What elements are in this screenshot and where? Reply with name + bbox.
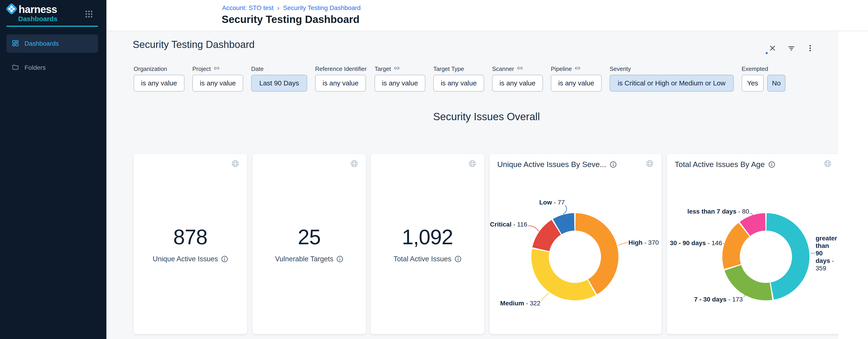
page-title: Security Testing Dashboard: [222, 13, 360, 25]
donut-card-unique-active-issues-by-severity: Unique Active Issues By Seve... High - 3…: [490, 154, 661, 334]
page-right-gutter: [838, 31, 868, 339]
callout-leader-line: [541, 293, 549, 301]
donut-slice-less-than-7-days[interactable]: [745, 222, 766, 229]
donut-callout-label: Medium - 322: [500, 300, 540, 307]
info-icon[interactable]: [336, 256, 343, 262]
filter-option-no[interactable]: No: [767, 75, 785, 91]
filter-icon[interactable]: [787, 44, 796, 53]
harness-logo[interactable]: harness: [5, 3, 57, 16]
info-icon[interactable]: [455, 256, 461, 262]
callout-leader-line: [810, 253, 815, 253]
filter-label: Scanner: [492, 65, 543, 73]
donut-callout-label: 30 - 90 days - 146: [670, 239, 722, 247]
filter-value-chip[interactable]: Last 90 Days: [251, 75, 307, 91]
filter-target-type: Target Typeis any value: [433, 65, 484, 91]
close-icon[interactable]: [768, 44, 777, 52]
app-window: harness Dashboards DashboardsFolders Acc…: [0, 0, 868, 339]
section-heading: Security Issues Overall: [134, 110, 839, 123]
callout-leader-line: [563, 205, 567, 214]
filter-organization: Organizationis any value: [134, 65, 184, 91]
info-icon[interactable]: [221, 256, 228, 262]
breadcrumb-dashboard-link[interactable]: Security Testing Dashboard: [283, 4, 361, 11]
filter-date: DateLast 90 Days: [251, 65, 307, 91]
callout-leader-line: [528, 226, 539, 231]
filter-value-chip[interactable]: is any value: [375, 75, 425, 91]
chevron-right-icon: ›: [277, 4, 279, 12]
filter-option-yes[interactable]: Yes: [742, 75, 764, 91]
stat-label: Vulnerable Targets: [275, 255, 334, 263]
filter-value-chip[interactable]: is any value: [492, 75, 543, 91]
link-icon: [214, 65, 220, 73]
harness-logo-icon: [5, 3, 18, 16]
filter-label: Target: [375, 65, 425, 73]
filter-severity: Severityis Critical or High or Medium or…: [610, 65, 734, 91]
product-name: Dashboards: [18, 15, 57, 23]
stat-label: Total Active Issues: [393, 255, 451, 263]
folder-icon: [12, 64, 19, 72]
stat-label: Unique Active Issues: [153, 255, 218, 263]
app-switcher-icon[interactable]: [84, 9, 93, 20]
filter-reference-identifier: Reference Identifieris any value: [315, 65, 367, 91]
sidebar: harness Dashboards DashboardsFolders: [0, 0, 106, 339]
donut-callout-label: High - 370: [628, 239, 659, 246]
filter-label: Organization: [134, 65, 184, 73]
dashboard-toolbar: [768, 44, 814, 53]
donut-slice-critical[interactable]: [541, 227, 556, 249]
donut-callout-label: greater than 90 days - 359: [815, 234, 837, 272]
stat-value: 25: [298, 225, 320, 249]
filter-label: Reference Identifier: [315, 65, 367, 73]
filter-label: Target Type: [433, 65, 484, 73]
link-icon: [517, 65, 523, 73]
sidebar-divider: [6, 26, 98, 27]
filter-bar: Organizationis any valueProjectis any va…: [134, 65, 785, 91]
callout-leader-line: [723, 244, 724, 245]
sidebar-item-folders[interactable]: Folders: [6, 59, 98, 77]
donut-slice-medium[interactable]: [540, 250, 592, 291]
filter-label: Exempted: [742, 65, 785, 73]
donut-slice-high[interactable]: [576, 222, 610, 287]
filter-value-chip[interactable]: is any value: [551, 75, 602, 91]
link-icon: [575, 65, 581, 73]
filter-scanner: Scanneris any value: [492, 65, 543, 91]
filter-value-chip[interactable]: is Critical or High or Medium or Low: [610, 75, 734, 91]
stat-value: 1,092: [402, 225, 453, 249]
donut-slice-low[interactable]: [557, 222, 575, 227]
filter-value-chip[interactable]: is any value: [134, 75, 184, 91]
sidebar-nav: DashboardsFolders: [6, 34, 98, 77]
donut-callout-label: less than 7 days - 80: [687, 208, 749, 215]
top-header: Account: STO test › Security Testing Das…: [106, 0, 868, 31]
breadcrumb: Account: STO test › Security Testing Das…: [222, 4, 361, 12]
breadcrumb-account-link[interactable]: Account: STO test: [222, 4, 274, 11]
brand-wordmark: harness: [19, 3, 57, 16]
donut-slice-7---30-days[interactable]: [733, 267, 771, 291]
stat-card-total-active-issues: 1,092 Total Active Issues: [371, 154, 484, 334]
donut-callout-label: 7 - 30 days - 173: [694, 296, 743, 303]
stat-card-vulnerable-targets: 25 Vulnerable Targets: [252, 154, 366, 334]
filter-label: Date: [251, 65, 307, 73]
filter-pipeline: Pipelineis any value: [551, 65, 602, 91]
donut-slice-greater-than-90-days[interactable]: [767, 222, 801, 291]
notification-dot: [766, 52, 768, 54]
sidebar-item-label: Dashboards: [25, 40, 59, 47]
filter-value-chip[interactable]: is any value: [433, 75, 484, 91]
kebab-menu-icon[interactable]: [806, 44, 814, 52]
stat-card-unique-active-issues: 878 Unique Active Issues: [134, 154, 247, 334]
donut-callout-label: Low - 77: [539, 199, 565, 206]
filter-value-chip[interactable]: is any value: [315, 75, 366, 91]
link-icon: [394, 65, 400, 73]
stat-value: 878: [173, 225, 208, 249]
filter-project: Projectis any value: [192, 65, 243, 91]
filter-label: Project: [192, 65, 243, 73]
filter-value-chip[interactable]: is any value: [192, 75, 243, 91]
sidebar-item-label: Folders: [25, 64, 45, 72]
dashboards-icon: [12, 39, 19, 48]
sidebar-item-dashboards[interactable]: Dashboards: [6, 34, 98, 53]
filter-label: Severity: [610, 65, 734, 73]
dashboard-title: Security Testing Dashboard: [133, 39, 254, 50]
filter-target: Targetis any value: [375, 65, 425, 91]
donut-slice-30---90-days[interactable]: [731, 230, 744, 266]
filter-exempted: ExemptedYesNo: [742, 65, 785, 91]
donut-card-total-active-issues-by-age: Total Active Issues By Age greater than …: [667, 154, 839, 334]
callout-leader-line: [750, 214, 752, 216]
dashboard-panel: Security Testing Dashboard Organizationi…: [106, 31, 838, 339]
